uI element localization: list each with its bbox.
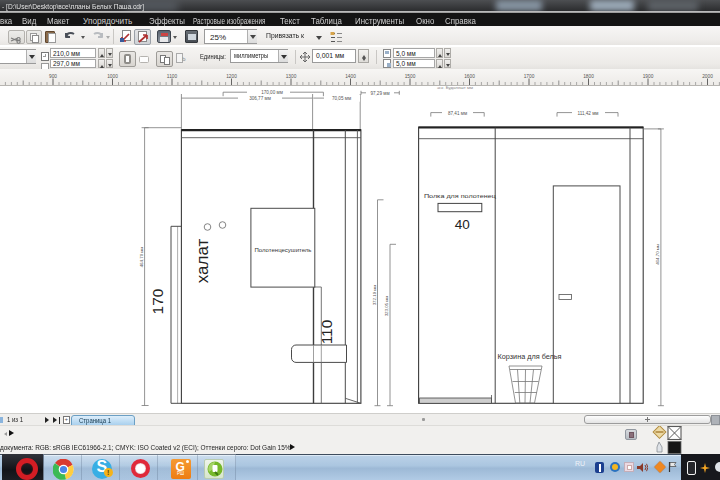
svg-text:464,70 мм: 464,70 мм bbox=[655, 244, 660, 265]
svg-text:Полотенцесушитель: Полотенцесушитель bbox=[255, 247, 312, 253]
svg-text:эск. Будапешт мм: эск. Будапешт мм bbox=[437, 85, 473, 90]
svg-text:халат: халат bbox=[193, 239, 212, 284]
svg-text:323,05 мм: 323,05 мм bbox=[384, 296, 389, 317]
svg-text:Корзина для белья: Корзина для белья bbox=[498, 353, 563, 361]
svg-text:40: 40 bbox=[455, 217, 470, 232]
svg-text:372,19 мм: 372,19 мм bbox=[372, 285, 377, 306]
svg-text:111,42 мм: 111,42 мм bbox=[578, 111, 599, 116]
svg-text:306,77 мм: 306,77 мм bbox=[249, 96, 271, 101]
svg-text:70,05 мм: 70,05 мм bbox=[332, 96, 351, 101]
svg-text:97,29 мм: 97,29 мм bbox=[370, 91, 389, 96]
svg-text:170,00 мм: 170,00 мм bbox=[261, 90, 283, 95]
svg-text:110: 110 bbox=[318, 319, 335, 344]
svg-text:170: 170 bbox=[149, 288, 166, 314]
svg-text:87,41 мм: 87,41 мм bbox=[448, 111, 467, 116]
svg-text:464,70 мм: 464,70 мм bbox=[139, 247, 144, 268]
svg-text:Полка для полотенец: Полка для полотенец bbox=[424, 193, 497, 199]
